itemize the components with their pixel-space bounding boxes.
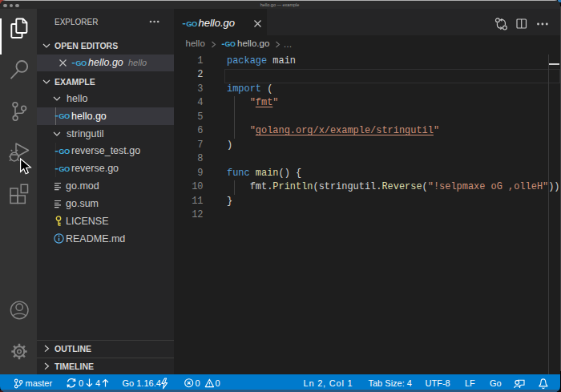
svg-text:GO: GO xyxy=(225,40,236,48)
svg-text:GO: GO xyxy=(59,164,71,173)
svg-text:GO: GO xyxy=(59,112,71,121)
svg-text:GO: GO xyxy=(59,147,71,156)
svg-text:GO: GO xyxy=(75,59,87,67)
svg-text:GO: GO xyxy=(186,19,197,28)
